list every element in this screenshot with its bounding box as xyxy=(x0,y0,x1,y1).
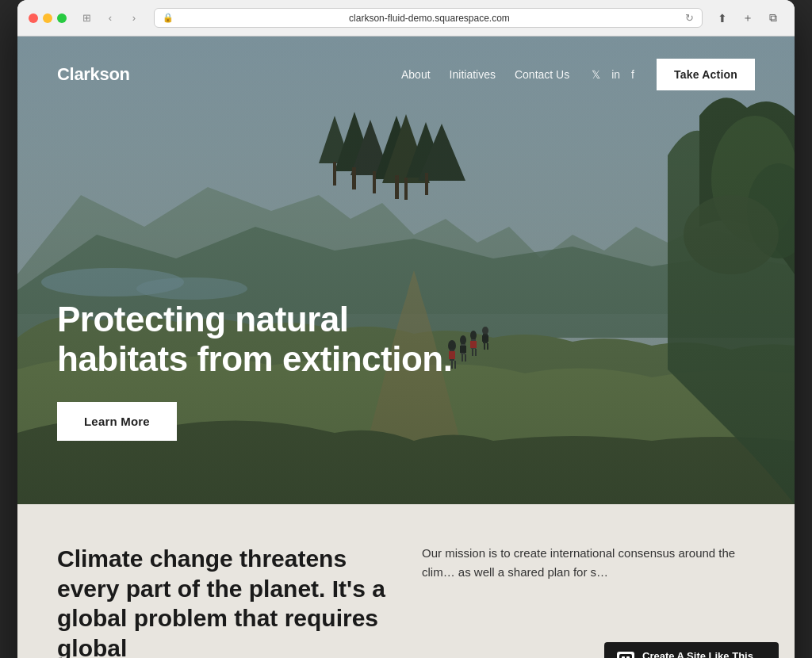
squarespace-logo-icon xyxy=(619,654,632,658)
twitter-icon[interactable]: 𝕏 xyxy=(592,68,600,81)
new-tab-button[interactable]: ＋ xyxy=(737,10,758,27)
sq-badge-main: Create A Site Like This xyxy=(642,650,753,658)
sidebar-toggle-button[interactable]: ⊞ xyxy=(76,10,97,27)
maximize-button[interactable] xyxy=(57,13,67,23)
nav-right: About Initiatives Contact Us 𝕏 in f Take… xyxy=(401,59,755,90)
browser-actions: ⬆ ＋ ⧉ xyxy=(712,10,783,27)
browser-chrome: ⊞ ‹ › 🔒 clarkson-fluid-demo.squarespace.… xyxy=(17,0,795,36)
squarespace-badge-text: Create A Site Like This Free trial. Inst… xyxy=(642,650,753,658)
nav-link-contact[interactable]: Contact Us xyxy=(515,68,569,81)
browser-window: ⊞ ‹ › 🔒 clarkson-fluid-demo.squarespace.… xyxy=(17,0,795,658)
site-logo[interactable]: Clarkson xyxy=(57,64,130,85)
share-button[interactable]: ⬆ xyxy=(712,10,733,27)
svg-rect-42 xyxy=(619,654,632,658)
back-button[interactable]: ‹ xyxy=(100,10,121,27)
tabs-button[interactable]: ⧉ xyxy=(763,10,783,27)
nav-social: 𝕏 in f xyxy=(592,68,634,81)
minimize-button[interactable] xyxy=(43,13,52,23)
close-button[interactable] xyxy=(29,13,38,23)
linkedin-icon[interactable]: in xyxy=(611,68,620,81)
url-text: clarkson-fluid-demo.squarespace.com xyxy=(178,13,680,24)
reload-button[interactable]: ↻ xyxy=(685,12,694,24)
take-action-button[interactable]: Take Action xyxy=(657,59,755,90)
below-fold-text: Our mission is to create international c… xyxy=(422,544,755,658)
nav-link-about[interactable]: About xyxy=(401,68,431,81)
facebook-icon[interactable]: f xyxy=(631,68,634,81)
traffic-lights xyxy=(29,13,67,23)
navigation: Clarkson About Initiatives Contact Us 𝕏 … xyxy=(17,36,795,113)
learn-more-button[interactable]: Learn More xyxy=(57,402,177,441)
below-fold-heading: Climate change threatens every part of t… xyxy=(57,544,390,658)
nav-links: About Initiatives Contact Us xyxy=(401,68,569,81)
hero-content: Protecting natural habitats from extinct… xyxy=(57,300,469,441)
below-fold-section: Climate change threatens every part of t… xyxy=(17,504,795,658)
lock-icon: 🔒 xyxy=(163,13,174,23)
nav-link-initiatives[interactable]: Initiatives xyxy=(450,68,496,81)
squarespace-badge[interactable]: Create A Site Like This Free trial. Inst… xyxy=(604,642,779,658)
squarespace-logo xyxy=(617,652,634,658)
website: Clarkson About Initiatives Contact Us 𝕏 … xyxy=(17,36,795,658)
browser-controls: ⊞ ‹ › xyxy=(76,10,144,27)
address-bar[interactable]: 🔒 clarkson-fluid-demo.squarespace.com ↻ xyxy=(154,8,703,28)
forward-button[interactable]: › xyxy=(124,10,144,27)
hero-title: Protecting natural habitats from extinct… xyxy=(57,300,469,380)
